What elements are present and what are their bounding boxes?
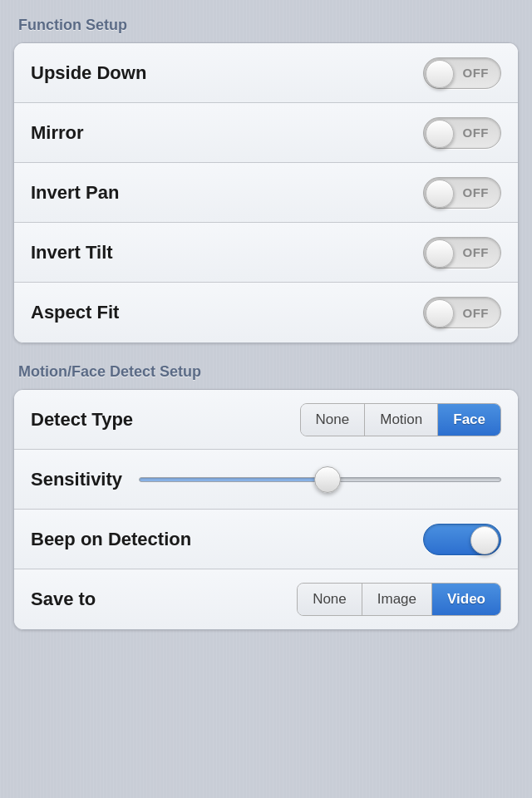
motion-face-detect-header: Motion/Face Detect Setup	[13, 363, 519, 381]
invert-tilt-toggle-knob	[426, 239, 454, 268]
invert-pan-row: Invert Pan OFF	[14, 163, 518, 223]
invert-pan-toggle-text: OFF	[463, 185, 490, 200]
invert-tilt-toggle[interactable]: OFF	[423, 237, 501, 268]
function-setup-header: Function Setup	[13, 17, 519, 34]
motion-face-detect-card: Detect Type None Motion Face Sensitivity…	[13, 389, 519, 630]
function-setup-card: Upside Down OFF Mirror OFF Invert Pan OF…	[13, 42, 519, 343]
invert-pan-toggle-knob	[426, 180, 454, 208]
mirror-row: Mirror OFF	[14, 103, 518, 163]
beep-on-detection-toggle-knob	[470, 526, 499, 554]
aspect-fit-row: Aspect Fit OFF	[14, 283, 518, 342]
save-to-segmented: None Image Video	[297, 583, 501, 616]
sensitivity-slider-thumb[interactable]	[314, 466, 341, 493]
detect-type-motion-btn[interactable]: Motion	[365, 404, 438, 436]
save-to-row: Save to None Image Video	[14, 569, 518, 629]
sensitivity-slider-container	[139, 470, 501, 489]
mirror-toggle-text: OFF	[463, 126, 490, 140]
aspect-fit-toggle[interactable]: OFF	[423, 297, 501, 328]
detect-type-segmented: None Motion Face	[300, 403, 501, 436]
detect-type-none-btn[interactable]: None	[301, 404, 366, 436]
upside-down-toggle-knob	[426, 60, 454, 88]
invert-tilt-toggle-text: OFF	[463, 245, 490, 259]
invert-tilt-row: Invert Tilt OFF	[14, 223, 518, 283]
mirror-toggle-knob	[426, 120, 454, 148]
aspect-fit-toggle-text: OFF	[463, 306, 490, 320]
upside-down-label: Upside Down	[31, 62, 146, 84]
sensitivity-label: Sensitivity	[31, 469, 122, 490]
sensitivity-slider-track[interactable]	[139, 477, 501, 482]
invert-pan-label: Invert Pan	[31, 182, 119, 204]
detect-type-face-btn[interactable]: Face	[438, 404, 500, 436]
upside-down-toggle[interactable]: OFF	[423, 57, 501, 89]
upside-down-row: Upside Down OFF	[14, 43, 518, 103]
aspect-fit-label: Aspect Fit	[31, 302, 119, 323]
invert-pan-toggle[interactable]: OFF	[423, 177, 501, 209]
beep-on-detection-label: Beep on Detection	[31, 529, 191, 550]
beep-on-detection-row: Beep on Detection ON	[14, 510, 518, 569]
invert-tilt-label: Invert Tilt	[31, 242, 113, 264]
save-to-none-btn[interactable]: None	[298, 584, 362, 615]
save-to-video-btn[interactable]: Video	[432, 584, 500, 615]
beep-on-detection-toggle[interactable]: ON	[423, 524, 501, 555]
detect-type-label: Detect Type	[31, 409, 133, 431]
sensitivity-row: Sensitivity	[14, 450, 518, 510]
save-to-label: Save to	[31, 589, 96, 610]
mirror-toggle[interactable]: OFF	[423, 117, 501, 149]
mirror-label: Mirror	[31, 122, 84, 144]
save-to-image-btn[interactable]: Image	[362, 584, 432, 615]
detect-type-row: Detect Type None Motion Face	[14, 390, 518, 450]
upside-down-toggle-text: OFF	[463, 66, 490, 80]
page: Function Setup Upside Down OFF Mirror OF…	[0, 0, 532, 667]
aspect-fit-toggle-knob	[426, 299, 454, 328]
